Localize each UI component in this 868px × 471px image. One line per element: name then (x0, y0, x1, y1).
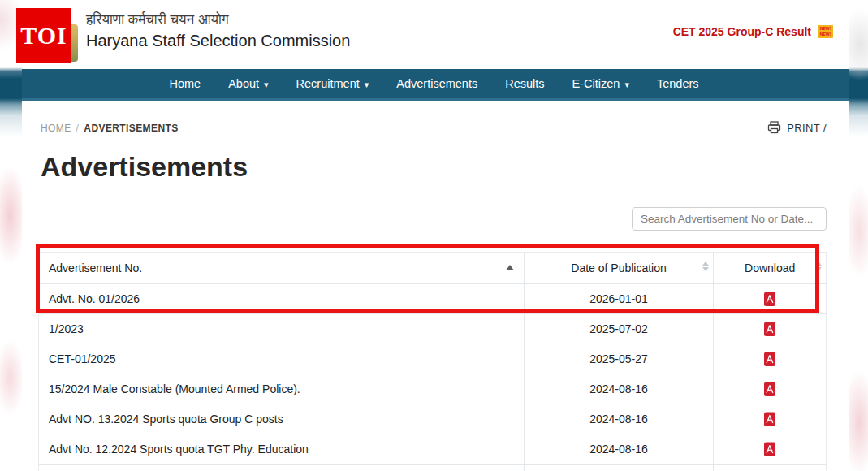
cell-advertisement-no: Advt No. 12.2024 Sports quota TGT Phy. E… (39, 434, 525, 464)
advertisements-table: Advertisement No. Date of Publication Do… (38, 252, 827, 471)
nav-item-advertisements[interactable]: Advertisements (382, 77, 491, 90)
pdf-download-link[interactable] (763, 382, 776, 397)
table-row: Advt. No. 01/2026 2026-01-01 (39, 283, 826, 313)
column-header-advertisement-no[interactable]: Advertisement No. (39, 253, 525, 283)
nav-label: Home (169, 77, 201, 90)
cet-result-link[interactable]: CET 2025 Group-C Result (673, 25, 811, 38)
cell-advertisement-no: 15/2024 Male Constable (Mounted Armed Po… (39, 374, 525, 404)
cell-advertisement-no: CET-01/2025 (39, 344, 525, 374)
nav-label: Tenders (657, 77, 699, 90)
nav-item-tenders[interactable]: Tenders (643, 77, 713, 90)
nav-item-about[interactable]: About (214, 77, 282, 90)
site-title-hindi: हरियाणा कर्मचारी चयन आयोग (86, 12, 229, 28)
cell-advertisement-no: 14/2024 (39, 465, 525, 471)
pdf-download-link[interactable] (763, 322, 776, 337)
cell-advertisement-no: 1/2023 (39, 314, 525, 344)
printer-icon (767, 121, 781, 134)
toi-logo: TOI (16, 8, 71, 63)
sort-icon (702, 261, 709, 271)
main-nav: Home About Recruitment Advertisements Re… (0, 69, 868, 101)
chevron-down-icon (365, 77, 369, 90)
breadcrumb-separator: / (71, 123, 84, 134)
pdf-file-icon (763, 352, 776, 367)
column-label: Date of Publication (571, 261, 667, 274)
cell-date-of-publication: 2024-08-16 (525, 404, 715, 434)
table-header-row: Advertisement No. Date of Publication Do… (39, 253, 826, 283)
nav-item-e-citizen[interactable]: E-Citizen (559, 77, 643, 90)
nav-label: Results (505, 77, 544, 90)
new-badge-text: NEW! (820, 32, 831, 37)
column-label: Advertisement No. (49, 261, 142, 274)
chevron-down-icon (624, 77, 629, 90)
breadcrumb-home-link[interactable]: HOME (41, 123, 71, 134)
pdf-file-icon (763, 322, 776, 337)
nav-label: Advertisements (396, 77, 477, 90)
nav-label: E-Citizen (572, 77, 620, 90)
cell-date-of-publication: 2024-08-16 (525, 434, 715, 464)
pdf-file-icon (763, 412, 776, 427)
print-label: PRINT / (787, 122, 827, 134)
pdf-file-icon (763, 442, 776, 457)
search-input[interactable] (632, 207, 827, 231)
table-row: CET-01/2025 2025-05-27 (39, 344, 826, 374)
nav-label: About (228, 77, 259, 90)
nav-item-recruitment[interactable]: Recruitment (283, 77, 383, 90)
sort-icon (815, 261, 822, 271)
cell-date-of-publication: 2026-01-01 (525, 284, 715, 313)
cet-result-area: CET 2025 Group-C Result NEW! NEW! (673, 25, 833, 38)
table-row: 15/2024 Male Constable (Mounted Armed Po… (39, 374, 826, 404)
page: TOI हरियाणा कर्मचारी चयन आयोग Haryana St… (0, 0, 868, 471)
pdf-download-link[interactable] (763, 442, 776, 457)
cell-advertisement-no: Advt. No. 01/2026 (39, 284, 525, 313)
column-header-download[interactable]: Download (714, 253, 826, 283)
table-row: 1/2023 2025-07-02 (39, 313, 826, 344)
site-title-english: Haryana Staff Selection Commission (86, 32, 350, 50)
nav-label: Recruitment (296, 77, 360, 90)
breadcrumb-current: ADVERTISEMENTS (84, 123, 178, 134)
new-badge-icon: NEW! NEW! (818, 25, 833, 38)
cell-date-of-publication: 2024-08-16 (525, 465, 715, 471)
table-row: Advt No. 12.2024 Sports quota TGT Phy. E… (39, 434, 826, 464)
cell-date-of-publication: 2025-05-27 (525, 344, 715, 374)
pdf-download-link[interactable] (763, 352, 776, 367)
pdf-download-link[interactable] (763, 412, 776, 427)
nav-item-results[interactable]: Results (491, 77, 558, 90)
page-title: Advertisements (41, 151, 248, 183)
pdf-file-icon (763, 382, 776, 397)
column-header-date-of-publication[interactable]: Date of Publication (525, 253, 715, 283)
table-row: 14/2024 2024-08-16 (39, 464, 826, 471)
cell-date-of-publication: 2025-07-02 (525, 314, 715, 344)
sort-ascending-icon (506, 265, 514, 270)
nav-item-home[interactable]: Home (155, 77, 214, 90)
pdf-file-icon (763, 292, 776, 307)
hssc-emblem-partial (71, 24, 78, 62)
table-row: Advt NO. 13.2024 Sports quota Group C po… (39, 404, 826, 434)
new-badge-text: NEW! (820, 26, 831, 32)
pdf-download-link[interactable] (763, 292, 776, 307)
cell-advertisement-no: Advt NO. 13.2024 Sports quota Group C po… (39, 404, 525, 434)
cell-date-of-publication: 2024-08-16 (525, 374, 715, 404)
print-button[interactable]: PRINT / (767, 121, 827, 134)
breadcrumb: HOME/ADVERTISEMENTS (41, 123, 179, 134)
chevron-down-icon (264, 77, 269, 90)
column-label: Download (745, 261, 795, 274)
